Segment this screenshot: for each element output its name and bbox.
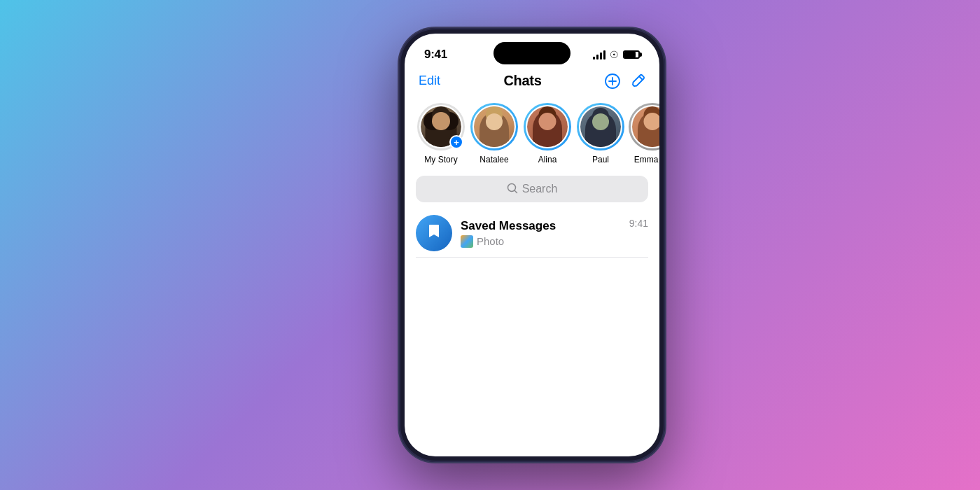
- story-label-paul: Paul: [592, 155, 609, 164]
- story-avatar-inner-emma: [631, 105, 659, 148]
- phone-screen: 9:41 ☉ Edit Chats: [405, 34, 659, 456]
- story-avatar-wrapper-natalee: [470, 103, 518, 150]
- status-time: 9:41: [424, 48, 447, 62]
- signal-bar-3: [600, 52, 602, 59]
- chat-preview-saved-messages: Photo: [461, 235, 621, 248]
- chat-info-saved-messages: Saved Messages Photo: [461, 219, 621, 248]
- status-icons: ☉: [593, 49, 640, 60]
- story-avatar-wrapper-paul: [577, 103, 624, 150]
- saved-messages-avatar: [416, 215, 452, 251]
- signal-bar-4: [603, 50, 606, 59]
- bookmark-icon: [426, 223, 442, 244]
- battery-icon: [623, 50, 640, 59]
- page-title: Chats: [503, 73, 541, 89]
- signal-bar-1: [593, 57, 595, 59]
- search-bar-container: Search: [405, 173, 659, 209]
- story-label-emma: Emma: [634, 155, 659, 164]
- story-avatar-wrapper-my-story: +: [417, 103, 465, 150]
- story-ring-emma: [629, 103, 659, 150]
- story-item-emma[interactable]: Emma: [629, 103, 659, 164]
- compose-icon[interactable]: [630, 74, 645, 89]
- add-story-badge: +: [449, 135, 463, 149]
- search-bar[interactable]: Search: [416, 176, 648, 202]
- add-story-icon[interactable]: [605, 74, 620, 89]
- chat-list: Saved Messages Photo 9:41: [405, 209, 659, 258]
- nav-bar: Edit Chats: [405, 70, 659, 96]
- story-ring-alina: [524, 103, 571, 150]
- dynamic-island: [493, 42, 570, 64]
- phone-wrapper: 9:41 ☉ Edit Chats: [399, 28, 665, 462]
- avatar-alina: [527, 106, 568, 147]
- story-label-alina: Alina: [538, 155, 557, 164]
- edit-button[interactable]: Edit: [419, 74, 440, 88]
- story-ring-paul: [577, 103, 624, 150]
- chat-name-saved-messages: Saved Messages: [461, 219, 621, 233]
- signal-icon: [593, 50, 606, 59]
- story-item-my-story[interactable]: + My Story: [416, 103, 466, 164]
- battery-fill: [624, 52, 636, 57]
- photo-thumbnail: [461, 235, 473, 248]
- story-label-my-story: My Story: [424, 155, 457, 164]
- avatar-natalee: [474, 106, 514, 147]
- story-item-alina[interactable]: Alina: [522, 103, 573, 164]
- stories-row: + My Story Natalee: [405, 96, 659, 173]
- story-item-paul[interactable]: Paul: [575, 103, 626, 164]
- story-avatar-inner-paul: [579, 105, 622, 148]
- story-avatar-wrapper-emma: [629, 103, 659, 150]
- story-item-natalee[interactable]: Natalee: [469, 103, 519, 164]
- avatar-paul: [580, 106, 621, 147]
- signal-bar-2: [596, 55, 598, 59]
- story-label-natalee: Natalee: [479, 155, 508, 164]
- svg-line-3: [639, 76, 643, 80]
- search-placeholder: Search: [522, 183, 558, 195]
- chat-preview-text: Photo: [477, 235, 504, 247]
- search-icon: [507, 183, 518, 196]
- chat-time-saved-messages: 9:41: [629, 215, 648, 229]
- nav-actions: [605, 74, 645, 89]
- chat-item-saved-messages[interactable]: Saved Messages Photo 9:41: [416, 209, 648, 258]
- avatar-emma: [632, 106, 659, 147]
- story-avatar-wrapper-alina: [524, 103, 571, 150]
- story-avatar-inner-alina: [526, 105, 569, 148]
- status-bar: 9:41 ☉: [405, 34, 659, 70]
- story-avatar-inner-natalee: [472, 105, 516, 148]
- wifi-icon: ☉: [610, 49, 619, 60]
- story-ring-natalee: [470, 103, 518, 150]
- svg-line-5: [514, 190, 517, 193]
